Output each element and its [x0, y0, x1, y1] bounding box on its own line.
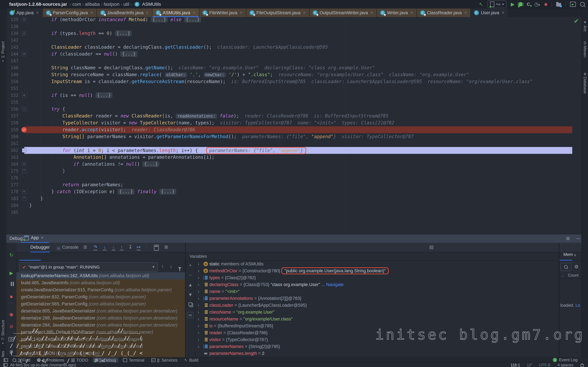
stack-frame-row[interactable]: getDeserializer:832, ParserConfig (com.a… [17, 293, 185, 300]
tool-window-button-services[interactable]: ▶8: Services [149, 358, 180, 363]
tool-button-maven[interactable]: m Maven [583, 41, 587, 58]
code-line-160[interactable]: 160 String[] parameterNames = visitor.ge… [6, 133, 581, 140]
mute-breakpoints-button[interactable]: ⊘ [6, 324, 17, 329]
step-over-icon[interactable]: ↷ [92, 244, 98, 250]
column-divider[interactable] [566, 272, 566, 278]
layout-icon[interactable] [3, 363, 8, 367]
variable-row[interactable]: ›is = {BufferedInputStream@785} [195, 322, 559, 329]
coverage-button[interactable]: C [527, 2, 530, 7]
close-icon[interactable]: ✕ [502, 11, 504, 15]
debug-session-tab[interactable]: App ✕ [24, 235, 44, 240]
fold-expand-icon[interactable]: + [22, 162, 26, 166]
stop-button[interactable]: ■ [6, 294, 17, 300]
fold-collapse-icon[interactable]: − [22, 107, 26, 111]
breadcrumb-item[interactable]: com [72, 2, 82, 7]
close-icon[interactable]: ✕ [410, 11, 413, 15]
readonly-lock-icon[interactable] [580, 364, 584, 367]
expand-chevron-icon[interactable]: › [195, 288, 202, 295]
variable-row[interactable]: ›sstatic members of ASMUtils [195, 260, 559, 267]
drop-frame-icon[interactable]: ↧ [128, 244, 133, 250]
close-icon[interactable]: ✕ [464, 11, 467, 15]
run-config-select[interactable]: App ▾ [487, 0, 507, 8]
expand-chevron-icon[interactable]: › [195, 281, 202, 288]
force-step-into-icon[interactable]: ↓ [111, 244, 116, 250]
services-window-button[interactable]: ▶ [570, 2, 576, 7]
code-line-152[interactable]: 152+ if (is == null) {...} [6, 92, 581, 99]
code-line-155[interactable]: 155 [6, 99, 581, 106]
add-watch-button[interactable]: + [186, 262, 195, 268]
breakpoint-icon[interactable]: ✓ [21, 127, 26, 132]
stack-frame-row[interactable]: deserialze:288, JavaBeanDeserializer (co… [17, 315, 185, 322]
line-ending[interactable]: LF [527, 363, 532, 367]
stack-frame-row[interactable]: parse:183, JSON (com.alibaba.fastjson) [17, 350, 185, 357]
move-watch-up-button[interactable]: ▲ [186, 282, 195, 288]
debug-settings-icon[interactable]: ⚙ [566, 236, 570, 241]
minimize-icon[interactable]: ─ [577, 236, 580, 241]
code-line-149[interactable]: 149 String resourceName = className.repl… [6, 71, 581, 78]
breadcrumb[interactable]: fastjson-1.2.68-sources.jar › com › alib… [0, 2, 161, 7]
code-line-183[interactable]: 183^ } [6, 195, 581, 202]
code-line-151[interactable]: 151 [6, 85, 581, 92]
code-line-143[interactable]: 143 ClassLoader classLoader = declaringC… [6, 44, 581, 51]
close-icon[interactable]: ✕ [303, 11, 306, 15]
search-everywhere-button[interactable] [580, 2, 585, 7]
variable-row[interactable]: ›types = {Class[2]@782} [195, 274, 559, 281]
code-line-175[interactable]: 175^ } [6, 168, 581, 175]
code-line-177[interactable]: 177 return parameterNames; [6, 181, 581, 188]
view-breakpoints-button[interactable]: ◉ [6, 312, 17, 317]
fold-expand-icon[interactable]: + [22, 190, 26, 194]
stack-frame-row[interactable]: parseObject:395, DefaultJSONParser (com.… [17, 329, 185, 336]
variable-row[interactable]: ›reader = {ClassReader@786} [195, 329, 559, 336]
expand-chevron-icon[interactable]: › [195, 329, 202, 336]
duplicate-watch-button[interactable] [186, 302, 195, 307]
variable-row[interactable]: ›className = "org.example.User" [195, 309, 559, 316]
expand-chevron-icon[interactable]: › [195, 274, 202, 281]
code-line-178[interactable]: 178+ } catch (IOException e) {...} final… [6, 188, 581, 195]
close-icon[interactable]: ✕ [240, 11, 242, 15]
code-line-139[interactable]: 139+ if (types.length == 0) {...} [6, 30, 581, 37]
code-line-142[interactable]: 142 [6, 37, 581, 44]
fold-end-icon[interactable]: ^ [22, 169, 26, 173]
stack-frame-row[interactable]: build:485, JavaBeanInfo (com.alibaba.fas… [17, 279, 185, 286]
variable-row[interactable]: ›parameterAnnotations = {Annotation[2][]… [195, 295, 559, 302]
stop-button[interactable]: ■ [544, 2, 547, 7]
debug-button[interactable] [519, 2, 522, 6]
fold-expand-icon[interactable]: + [22, 93, 26, 98]
show-execution-point-icon[interactable]: ≣ [82, 244, 88, 250]
stack-frame-row[interactable]: parse:1367, DefaultJSONParser (com.aliba… [17, 343, 185, 350]
thread-selector[interactable]: ✔ "main"@1 in group "main": RUNNING ▼ [19, 262, 158, 272]
run-button[interactable]: ▶ [511, 2, 515, 7]
fold-collapse-icon[interactable]: − [22, 148, 26, 152]
editor-tab-FileWriter[interactable]: CFileWriter.java✕ [199, 8, 246, 17]
inspections-ok-icon[interactable]: ✔ [574, 18, 579, 25]
breadcrumb-class[interactable]: ASMUtils [142, 2, 161, 7]
code-line-157[interactable]: 157 ClassReader reader = new ClassReader… [6, 113, 581, 119]
tab-memory[interactable]: Mem [563, 252, 573, 257]
close-icon[interactable]: ✕ [370, 11, 373, 15]
breadcrumb-item[interactable]: util [123, 2, 130, 7]
chevron-down-icon[interactable]: ∨ [574, 253, 577, 257]
code-line-125[interactable]: 125+ if (methodOrCtor instanceof Method)… [6, 17, 581, 23]
code-line-164[interactable]: 164+ if (annotations != null) {...} [6, 161, 581, 168]
code-line-144[interactable]: 144+ if (classLoader == null) {...} [6, 51, 581, 58]
code-editor[interactable]: 125+ if (methodOrCtor instanceof Method)… [6, 17, 581, 234]
code-line-161[interactable]: 161 [6, 140, 581, 147]
variable-row[interactable]: ›declaringClass = {Class@753} "class org… [195, 281, 559, 288]
tool-button-database[interactable]: ≋ Database [583, 72, 587, 94]
expand-chevron-icon[interactable]: › [195, 343, 202, 350]
run-to-cursor-icon[interactable]: ↦ [136, 244, 142, 250]
variable-row[interactable]: ›name = "<init>" [195, 288, 559, 295]
fold-expand-icon[interactable]: + [22, 52, 26, 56]
tool-window-button-todo[interactable]: TODO [69, 358, 91, 363]
tool-window-button-debug[interactable]: 5: Debug [93, 358, 118, 363]
editor-tab-ClassReader[interactable]: CClassReader.java✕ [417, 8, 471, 17]
tool-window-button-build[interactable]: ↖Build [182, 358, 201, 363]
stack-frame-row[interactable]: parse:1404, DefaultJSONParser (com.aliba… [17, 336, 185, 343]
expand-chevron-icon[interactable]: › [195, 295, 202, 302]
vcs-update-icon[interactable]: ↖ [479, 2, 483, 7]
layout-icon[interactable]: ⊞ [163, 244, 169, 250]
tool-button-structure[interactable]: ▪ 7: Structure [1, 320, 5, 346]
breadcrumb-archive[interactable]: fastjson-1.2.68-sources.jar [9, 2, 67, 7]
code-line-138[interactable]: 138 [6, 23, 581, 30]
resume-button[interactable]: ▶ [6, 270, 17, 276]
